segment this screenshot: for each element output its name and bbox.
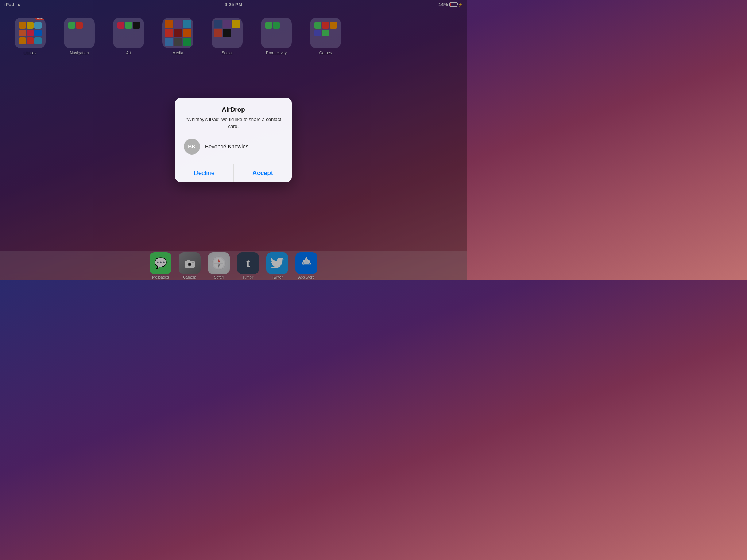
contact-name: Beyoncé Knowles <box>205 143 248 149</box>
contact-avatar: BK <box>184 139 200 155</box>
modal-buttons: Decline Accept <box>175 164 292 182</box>
modal-body: AirDrop "Whitney's iPad" would like to s… <box>175 98 292 164</box>
decline-button[interactable]: Decline <box>175 164 234 182</box>
airdrop-title: AirDrop <box>184 106 283 113</box>
airdrop-message: "Whitney's iPad" would like to share a c… <box>184 116 283 129</box>
accept-button[interactable]: Accept <box>234 164 292 182</box>
airdrop-modal: AirDrop "Whitney's iPad" would like to s… <box>175 98 292 182</box>
airdrop-overlay: AirDrop "Whitney's iPad" would like to s… <box>0 0 467 280</box>
contact-row: BK Beyoncé Knowles <box>184 136 283 157</box>
contact-initials: BK <box>188 143 196 149</box>
